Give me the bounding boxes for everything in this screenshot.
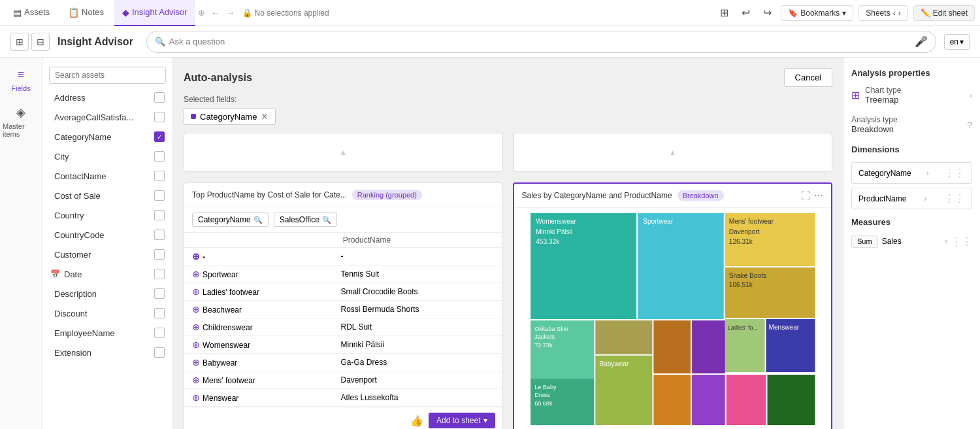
field-checkbox[interactable]: ✓: [154, 131, 165, 142]
sidebar-field-item[interactable]: Address: [42, 88, 172, 107]
expand-icon[interactable]: ⊕: [192, 375, 200, 385]
sidebar-field-item[interactable]: Customer: [42, 245, 172, 264]
field-checkbox[interactable]: [154, 230, 165, 240]
field-checkbox[interactable]: [154, 92, 165, 103]
cancel-button[interactable]: Cancel: [784, 68, 832, 87]
tab-insight-advisor[interactable]: ◆ Insight Advisor: [114, 0, 195, 26]
search-icon: 🔍: [155, 37, 165, 46]
sidebar-field-item[interactable]: Description: [42, 284, 172, 303]
sidebar-field-item[interactable]: Cost of Sale: [42, 186, 172, 205]
field-checkbox[interactable]: [154, 210, 165, 220]
sidebar-field-item[interactable]: 📅Date: [42, 264, 172, 284]
sidebar-field-item[interactable]: Discount: [42, 303, 172, 323]
treemap-cell-sportwear[interactable]: [638, 213, 724, 319]
expand-icon[interactable]: ⊕: [192, 286, 200, 297]
drag-handle-icon-2[interactable]: ⋮⋮: [944, 192, 965, 205]
left-panel-toggle[interactable]: ⊞: [10, 33, 29, 51]
redo-icon[interactable]: ↪: [759, 4, 776, 22]
sidebar-tab-fields[interactable]: ≡ Fields: [0, 63, 42, 97]
svg-text:Jackets: Jackets: [534, 334, 555, 340]
expand-icon[interactable]: ⊕: [192, 339, 200, 350]
treemap-cell-extra5[interactable]: [692, 375, 725, 425]
remove-field-icon[interactable]: ✕: [261, 111, 269, 122]
sidebar-field-item[interactable]: Country: [42, 205, 172, 225]
expand-icon[interactable]: ⊕: [192, 392, 200, 403]
treemap-cell-extra3[interactable]: [653, 375, 691, 425]
expand-icon[interactable]: ⊕: [192, 357, 200, 368]
field-checkbox[interactable]: [154, 151, 165, 162]
help-icon[interactable]: ?: [967, 120, 972, 130]
sidebar: ≡ Fields ◈ Master items AddressAverageCa…: [0, 58, 173, 429]
expand-icon[interactable]: ⛶: [801, 190, 810, 201]
sidebar-field-item[interactable]: CategoryName✓: [42, 127, 172, 146]
field-checkbox[interactable]: [154, 249, 165, 260]
measure-aggregation[interactable]: Sum: [851, 235, 878, 248]
search-input[interactable]: [169, 37, 911, 46]
expand-icon[interactable]: ⊕: [192, 322, 200, 332]
tab-assets[interactable]: ▤ Assets: [5, 0, 57, 26]
chevron-right-icon-measure: ›: [945, 237, 947, 246]
field-checkbox[interactable]: [154, 190, 165, 201]
treemap-cell-extra4[interactable]: [692, 320, 725, 373]
sidebar-field-item[interactable]: CountryCode: [42, 225, 172, 245]
feedback-icon[interactable]: 👍: [410, 415, 423, 427]
dim-row-category[interactable]: CategoryName › ⋮⋮: [851, 162, 972, 184]
treemap-cell-extra1[interactable]: [595, 320, 652, 354]
drag-handle-icon-measure[interactable]: ⋮⋮: [951, 235, 972, 248]
bookmarks-button[interactable]: 🔖 Bookmarks ▾: [781, 5, 853, 21]
field-checkbox[interactable]: [154, 269, 165, 279]
more-options-icon[interactable]: ⋯: [814, 190, 823, 201]
fields-icon: ≡: [18, 68, 25, 82]
edit-sheet-button[interactable]: ✏️ Edit sheet: [913, 5, 975, 21]
grid-icon[interactable]: ⊞: [716, 4, 732, 22]
undo-icon[interactable]: ↩: [738, 4, 754, 22]
filter-tag-category[interactable]: CategoryName 🔍: [192, 213, 269, 227]
right-panel: Analysis properties ⊞ Chart type Treemap…: [843, 58, 980, 429]
microphone-icon[interactable]: 🎤: [915, 35, 928, 48]
field-checkbox[interactable]: [154, 328, 165, 338]
treemap-cell-extra2[interactable]: [653, 320, 691, 373]
row-category: ⊕Mens' footwear: [184, 371, 333, 389]
chart-type-row: ⊞ Chart type Treemap ›: [851, 86, 972, 105]
field-checkbox[interactable]: [154, 288, 165, 299]
treemap-cell-extra6[interactable]: [726, 375, 766, 425]
field-checkbox[interactable]: [154, 308, 165, 318]
filter-tag-salesoffice[interactable]: SalesOffice 🔍: [274, 213, 337, 227]
sidebar-field-item[interactable]: City: [42, 146, 172, 166]
sidebar-field-item[interactable]: Extension: [42, 343, 172, 362]
add-to-sheet-button-left[interactable]: Add to sheet ▾: [429, 413, 495, 428]
expand-icon[interactable]: ⊕: [192, 251, 200, 262]
fields-list: AddressAverageCallSatisfa...CategoryName…: [42, 88, 172, 362]
field-name: Date: [64, 269, 82, 279]
dimensions-section: Dimensions CategoryName › ⋮⋮ ProductName…: [851, 145, 972, 209]
svg-text:Snake Boots: Snake Boots: [728, 272, 766, 279]
measure-row: Sum Sales › ⋮⋮: [851, 235, 972, 248]
treemap-cell-extra7[interactable]: [767, 375, 815, 425]
svg-text:72.73k: 72.73k: [534, 342, 553, 349]
language-selector[interactable]: en ▾: [944, 34, 970, 50]
dim-row-product[interactable]: ProductName › ⋮⋮: [851, 188, 972, 209]
sidebar-field-item[interactable]: ContactName: [42, 166, 172, 186]
table-row: ⊕Ladies' footwearSmall Crocodile Boots: [184, 283, 502, 301]
field-checkbox[interactable]: [154, 171, 165, 181]
selected-field-name: CategoryName: [200, 112, 257, 122]
forward-icon[interactable]: →: [227, 8, 240, 18]
back-icon[interactable]: ←: [211, 8, 224, 18]
expand-icon[interactable]: ⊕: [192, 304, 200, 315]
selection-search-icon[interactable]: ⊕: [198, 8, 208, 18]
measures-title: Measures: [851, 217, 972, 227]
field-checkbox[interactable]: [154, 347, 165, 358]
right-panel-toggle[interactable]: ⊟: [31, 33, 50, 51]
tab-notes[interactable]: 📋 Notes: [60, 0, 112, 26]
filter-label-category: CategoryName: [198, 215, 251, 224]
field-name: Cost of Sale: [54, 191, 101, 201]
field-name: Country: [54, 211, 84, 220]
drag-handle-icon[interactable]: ⋮⋮: [944, 167, 965, 179]
sidebar-field-item[interactable]: AverageCallSatisfa...: [42, 107, 172, 127]
sidebar-field-item[interactable]: EmployeeName: [42, 323, 172, 343]
expand-icon[interactable]: ⊕: [192, 269, 200, 279]
search-assets-input[interactable]: [49, 67, 166, 84]
sheets-button[interactable]: Sheets ‹ ›: [858, 5, 907, 21]
field-checkbox[interactable]: [154, 112, 165, 122]
sidebar-tab-master-items[interactable]: ◈ Master items: [0, 100, 42, 143]
